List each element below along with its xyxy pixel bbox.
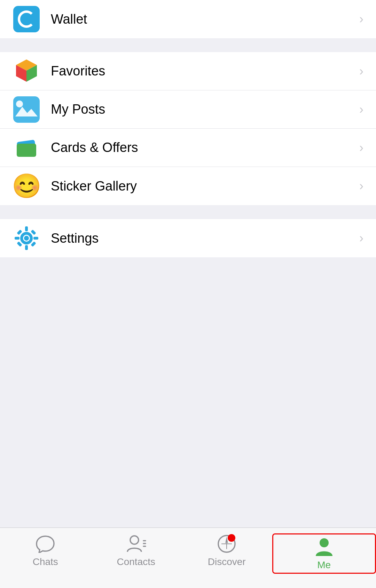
section-3: Settings ›: [0, 219, 376, 257]
tab-discover[interactable]: Discover: [181, 533, 272, 567]
cards-offers-icon: [13, 134, 40, 162]
contacts-tab-label: Contacts: [117, 556, 156, 567]
svg-point-8: [24, 236, 29, 241]
wallet-icon: [13, 5, 40, 33]
discover-icon: [214, 533, 239, 554]
svg-rect-11: [15, 237, 19, 240]
discover-tab-label: Discover: [208, 556, 246, 567]
section-gap-1: [0, 38, 376, 52]
sticker-gallery-menu-item[interactable]: 😊 Sticker Gallery ›: [0, 167, 376, 205]
my-posts-icon: [13, 96, 40, 123]
tab-contacts[interactable]: Contacts: [91, 533, 182, 567]
cards-offers-label: Cards & Offers: [51, 140, 356, 155]
settings-icon: [13, 224, 40, 252]
tab-me[interactable]: Me: [272, 533, 376, 574]
section-gap-2: [0, 205, 376, 219]
svg-rect-3: [13, 96, 40, 123]
tab-bar: Chats Contacts: [0, 527, 376, 588]
svg-point-17: [130, 536, 139, 544]
svg-point-25: [320, 538, 329, 547]
sticker-gallery-label: Sticker Gallery: [51, 179, 356, 194]
svg-rect-14: [31, 229, 36, 235]
chats-icon: [33, 533, 57, 554]
me-tab-label: Me: [317, 559, 331, 571]
contacts-icon: [124, 533, 148, 554]
svg-rect-13: [17, 229, 22, 235]
my-posts-chevron: ›: [359, 102, 363, 117]
cards-offers-chevron: ›: [359, 140, 363, 155]
my-posts-label: My Posts: [51, 102, 356, 117]
favorites-label: Favorites: [51, 64, 356, 79]
favorites-menu-item[interactable]: Favorites ›: [0, 52, 376, 90]
wallet-label: Wallet: [51, 12, 356, 27]
wallet-menu-item[interactable]: Wallet ›: [0, 0, 376, 38]
me-icon: [312, 537, 336, 557]
svg-point-5: [16, 100, 23, 107]
svg-rect-9: [25, 226, 28, 231]
settings-chevron: ›: [359, 231, 363, 245]
svg-rect-7: [17, 144, 36, 157]
svg-rect-12: [33, 237, 38, 240]
svg-rect-16: [31, 241, 36, 247]
my-posts-menu-item[interactable]: My Posts ›: [0, 90, 376, 129]
wallet-chevron: ›: [359, 12, 363, 26]
tab-chats[interactable]: Chats: [0, 533, 91, 567]
sticker-gallery-chevron: ›: [359, 179, 363, 193]
favorites-chevron: ›: [359, 64, 363, 79]
sticker-gallery-icon: 😊: [13, 172, 40, 200]
svg-rect-15: [17, 241, 22, 247]
chats-tab-label: Chats: [33, 556, 58, 567]
settings-menu-item[interactable]: Settings ›: [0, 219, 376, 257]
cards-offers-menu-item[interactable]: Cards & Offers ›: [0, 129, 376, 167]
section-2: Favorites › My Posts › Cards & Offe: [0, 52, 376, 205]
favorites-icon: [13, 57, 40, 85]
svg-rect-10: [25, 245, 28, 250]
settings-label: Settings: [51, 231, 356, 246]
